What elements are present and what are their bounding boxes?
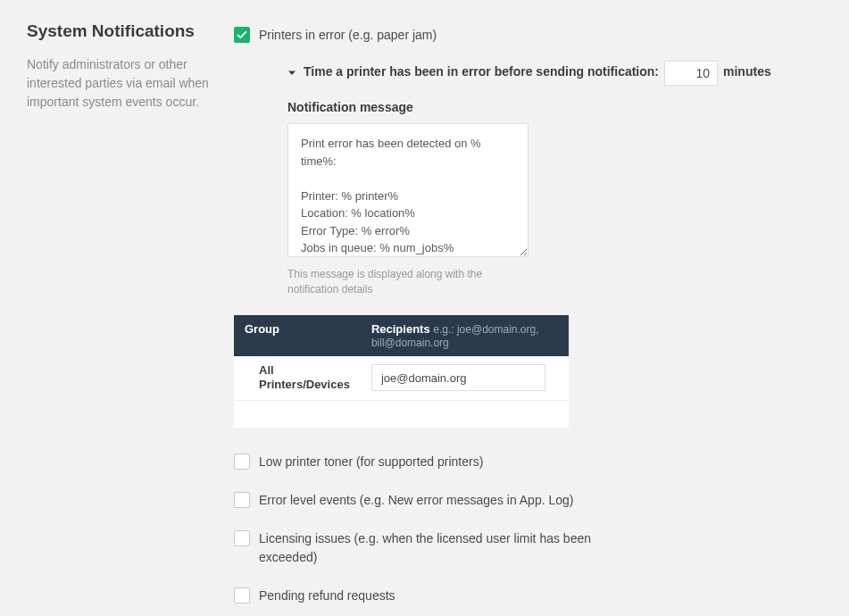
- table-header-group: Group: [234, 315, 361, 356]
- notification-message-label: Notification message: [287, 100, 822, 114]
- licensing-checkbox[interactable]: [234, 530, 250, 546]
- pending-refund-checkbox[interactable]: [234, 587, 250, 604]
- error-events-label: Error level events (e.g. New error messa…: [259, 491, 574, 510]
- time-unit-label: minutes: [723, 61, 771, 83]
- low-toner-checkbox[interactable]: [234, 454, 250, 470]
- low-toner-label: Low printer toner (for supported printer…: [259, 453, 483, 471]
- table-row: All Printers/Devices: [234, 356, 569, 401]
- section-description: Notify administrators or other intereste…: [27, 55, 212, 112]
- printers-in-error-checkbox[interactable]: [234, 27, 250, 43]
- time-before-notify-row: Time a printer has been in error before …: [287, 61, 822, 86]
- recipients-input[interactable]: [371, 364, 545, 391]
- pending-refund-label: Pending refund requests: [259, 587, 395, 605]
- section-title: System Notifications: [27, 21, 212, 41]
- licensing-label: Licensing issues (e.g. when the licensed…: [259, 529, 591, 567]
- time-before-notify-label: Time a printer has been in error before …: [304, 61, 659, 83]
- table-row-blank: [234, 401, 569, 428]
- time-before-notify-input[interactable]: [664, 61, 718, 86]
- check-icon: [236, 29, 248, 41]
- printers-in-error-label: Printers in error (e.g. paper jam): [259, 28, 437, 42]
- recipients-table: Group Recipients e.g.: joe@domain.org, b…: [234, 315, 569, 428]
- table-header-recipients: Recipients e.g.: joe@domain.org, bill@do…: [361, 315, 569, 356]
- notification-message-hint: This message is displayed along with the…: [287, 267, 529, 297]
- caret-down-icon[interactable]: [287, 62, 296, 85]
- error-events-checkbox[interactable]: [234, 492, 250, 508]
- notification-message-textarea[interactable]: [287, 123, 529, 257]
- table-row-group: All Printers/Devices: [234, 356, 361, 401]
